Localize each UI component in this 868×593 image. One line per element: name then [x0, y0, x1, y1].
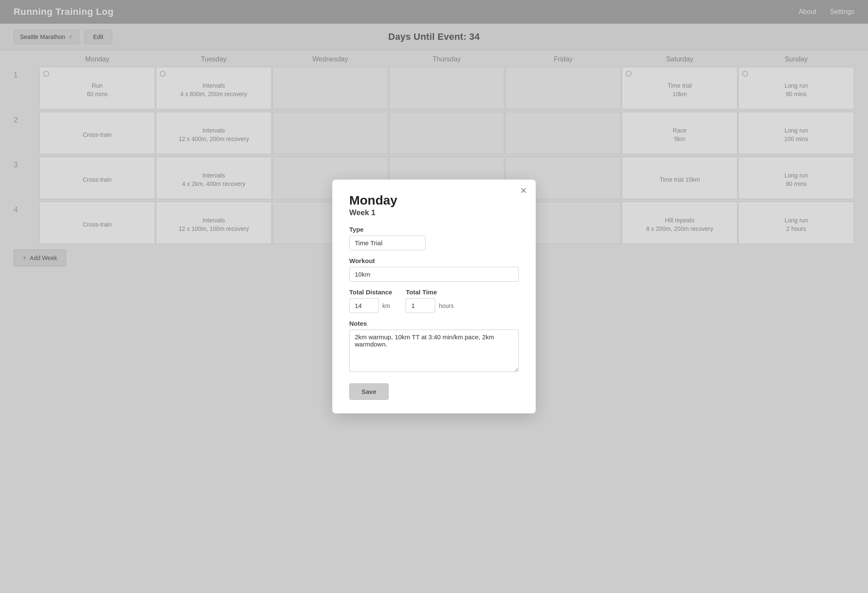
modal-title: Monday [349, 193, 519, 208]
workout-input[interactable] [349, 267, 519, 280]
type-field-group: Type [349, 226, 519, 250]
modal-close-button[interactable]: ✕ [520, 186, 527, 195]
modal-overlay[interactable]: ✕ Monday Week 1 Type Workout Total Dista… [0, 0, 868, 280]
modal-subtitle: Week 1 [349, 208, 519, 217]
workout-field-group: Workout [349, 257, 519, 280]
type-label: Type [349, 226, 519, 233]
modal-dialog: ✕ Monday Week 1 Type Workout Total Dista… [332, 180, 536, 280]
workout-label: Workout [349, 257, 519, 264]
type-input[interactable] [349, 236, 426, 250]
